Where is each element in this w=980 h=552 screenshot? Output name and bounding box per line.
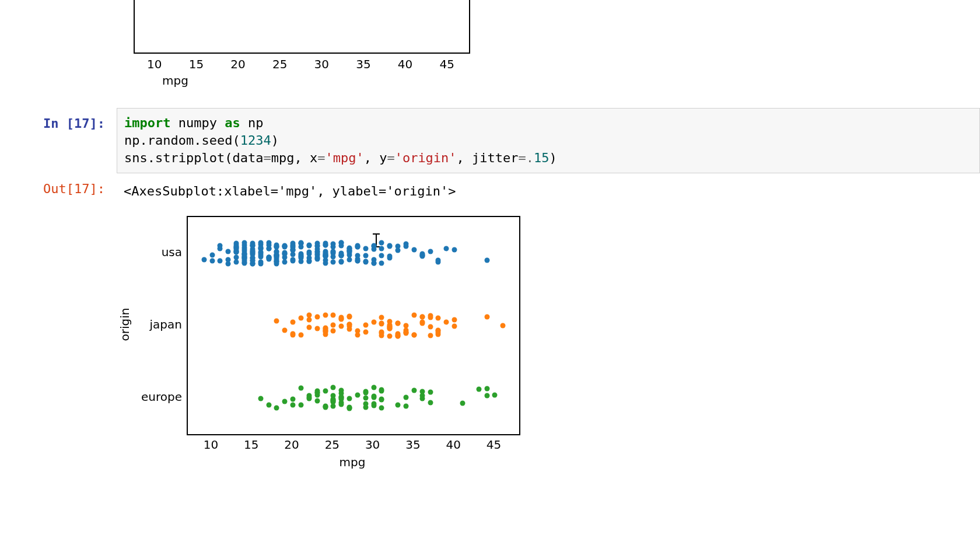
prev-xtick: 40 <box>397 57 414 71</box>
data-point <box>323 313 328 318</box>
data-point <box>379 315 384 320</box>
plot-xticklabel: 30 <box>362 438 383 452</box>
data-point <box>323 389 328 394</box>
data-point <box>484 258 489 263</box>
data-point <box>331 241 336 246</box>
data-point <box>242 258 247 263</box>
data-point <box>347 396 352 401</box>
data-point <box>379 396 384 401</box>
data-point <box>428 249 433 254</box>
data-point <box>339 402 344 407</box>
data-point <box>339 259 344 264</box>
prev-xtick: 45 <box>438 57 456 71</box>
code-input[interactable]: import numpy as np np.random.seed(1234) … <box>117 108 980 173</box>
data-point <box>492 393 498 398</box>
data-point <box>226 257 231 263</box>
data-point <box>209 258 215 263</box>
output-prompt: Out[17]: <box>0 181 111 196</box>
data-point <box>258 240 263 246</box>
prev-xtick: 10 <box>146 57 163 71</box>
data-point <box>363 404 368 410</box>
data-point <box>347 257 352 263</box>
data-point <box>411 388 416 393</box>
data-point <box>290 240 296 246</box>
data-point <box>355 244 360 250</box>
data-point <box>323 331 328 337</box>
data-point <box>266 402 271 407</box>
data-point <box>379 330 384 336</box>
data-point <box>428 324 433 330</box>
data-point <box>339 240 344 246</box>
data-point <box>363 323 368 328</box>
data-point <box>298 315 303 320</box>
data-point <box>266 246 271 251</box>
plot-xticklabel: 10 <box>201 438 222 452</box>
prev-xtick: 35 <box>355 57 372 71</box>
prev-xtick: 30 <box>313 57 330 71</box>
prev-xtick: 20 <box>229 57 247 71</box>
data-point <box>404 330 409 336</box>
plot-xlabel: mpg <box>187 455 518 469</box>
data-point <box>234 255 239 260</box>
data-point <box>371 385 376 390</box>
data-point <box>274 243 279 249</box>
data-point <box>419 389 425 394</box>
data-point <box>476 386 481 392</box>
data-point <box>331 396 336 401</box>
data-point <box>306 249 312 254</box>
data-point <box>428 400 433 406</box>
data-point <box>484 393 489 398</box>
data-point <box>411 247 416 253</box>
data-point <box>306 243 312 249</box>
data-point <box>404 403 409 408</box>
data-point <box>331 260 336 265</box>
data-point <box>314 314 320 319</box>
data-point <box>234 248 239 253</box>
data-point <box>290 396 296 401</box>
data-point <box>419 254 425 259</box>
data-point <box>371 244 376 249</box>
data-point <box>290 319 296 324</box>
data-point <box>242 240 247 246</box>
data-point <box>347 323 352 329</box>
data-point <box>274 318 279 323</box>
data-point <box>314 399 320 404</box>
data-point <box>347 314 352 319</box>
previous-chart-axes <box>134 0 470 54</box>
plot-yticklabel: japan <box>117 317 182 331</box>
data-point <box>363 253 368 258</box>
data-point <box>290 248 296 253</box>
jupyter-page: 1015202530354045 mpg In [17]: import num… <box>0 0 980 552</box>
data-point <box>347 249 352 254</box>
data-point <box>387 244 393 249</box>
data-point <box>379 261 384 266</box>
plot-yticklabel: usa <box>117 245 182 259</box>
data-point <box>201 257 206 263</box>
data-point <box>298 402 303 407</box>
data-point <box>290 258 296 263</box>
data-point <box>452 323 457 329</box>
data-point <box>371 401 376 406</box>
data-point <box>347 406 352 411</box>
data-point <box>258 259 263 264</box>
data-point <box>404 244 409 249</box>
data-point <box>484 386 489 391</box>
data-point <box>355 258 360 264</box>
data-point <box>250 258 255 264</box>
data-point <box>339 251 344 256</box>
data-point <box>274 406 279 411</box>
plot-xticklabel: 45 <box>483 438 504 452</box>
data-point <box>306 259 312 264</box>
data-point <box>323 243 328 248</box>
data-point <box>428 333 433 338</box>
data-point <box>387 319 393 324</box>
data-point <box>314 390 320 395</box>
data-point <box>428 389 433 394</box>
data-point <box>282 328 288 333</box>
data-point <box>379 389 384 394</box>
data-point <box>282 399 288 404</box>
plot-xticklabel: 35 <box>402 438 424 452</box>
output-block: Out[17]: <AxesSubplot:xlabel='mpg', ylab… <box>0 181 980 484</box>
data-point <box>363 389 368 394</box>
data-point <box>314 326 320 331</box>
